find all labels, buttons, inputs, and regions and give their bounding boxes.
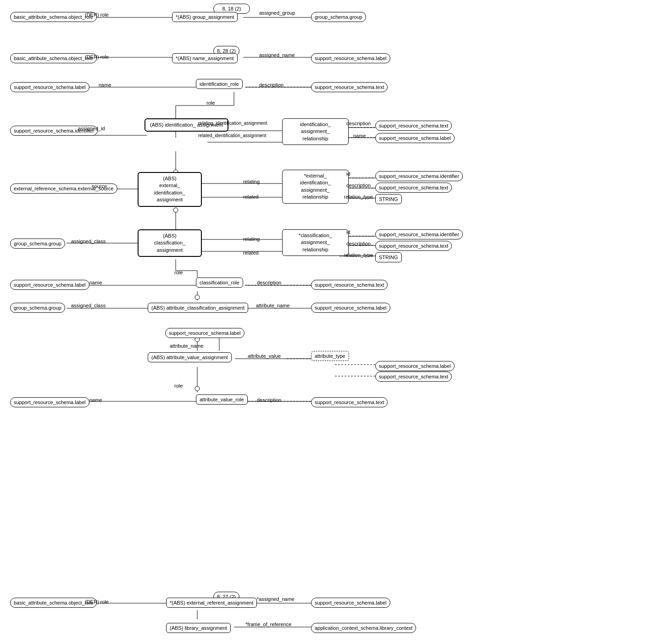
label-description-1: description	[259, 82, 283, 88]
label-relating-id: relating_identification_assignment	[198, 121, 267, 126]
node-attribute-value-assignment: (ABS) attribute_value_assignment	[148, 352, 232, 362]
label-relation-type-ext: relation_type	[344, 194, 373, 200]
node-support-label-class-name: support_resource_schema.label	[10, 280, 89, 290]
node-string-ext: STRING	[375, 194, 402, 204]
node-support-text-attr-val: support_resource_schema.text	[375, 372, 452, 382]
node-string-class: STRING	[375, 252, 402, 262]
label-desc-class2: description	[257, 280, 281, 285]
svg-point-64	[173, 208, 178, 212]
label-attr-name-1: attribute_name	[256, 303, 289, 308]
node-external-identification-relationship: *external_identification_assignment_rela…	[282, 170, 349, 204]
label-desc-id: description	[346, 121, 371, 126]
svg-point-67	[195, 386, 200, 391]
node-group-assignment: *(ABS) group_assignment	[172, 12, 238, 22]
node-identification-role: identification_role	[196, 79, 243, 89]
label-assigned-class-1: assigned_class	[71, 239, 106, 244]
label-frame-of-ref: *frame_of_reference	[245, 622, 291, 627]
svg-point-65	[195, 295, 200, 300]
label-relating-ext: relating	[243, 179, 260, 184]
label-der-role-3: (DER) role	[85, 599, 109, 605]
diagram-container: 8, 18 (2) basic_attribute_schema.object_…	[0, 0, 667, 644]
node-classification-role: classification_role	[196, 278, 243, 288]
node-support-label-attr-class: support_resource_schema.label	[311, 303, 390, 313]
label-name-lbl: name	[99, 82, 111, 88]
label-attr-name-2: attribute_name	[170, 343, 203, 349]
node-basic-object-role-2: basic_attribute_schema.object_role	[10, 53, 97, 63]
label-related-class: related	[243, 250, 259, 255]
node-support-label-name: support_resource_schema.label	[10, 82, 89, 92]
label-role-1: role	[206, 100, 215, 105]
node-group-schema-group-3: group_schema.group	[10, 303, 65, 313]
label-source-ext: source	[92, 183, 107, 189]
label-id-ext: id	[346, 171, 350, 177]
node-classification-assignment: (ABS)classification_assignment	[138, 229, 202, 257]
label-relating-class: relating	[243, 236, 260, 242]
label-desc-ext: description	[346, 183, 371, 188]
node-support-label-name2: support_resource_schema.label	[375, 133, 455, 143]
label-relation-type-class: relation_type	[344, 252, 373, 258]
label-id-class: id	[346, 229, 350, 235]
node-attribute-classification-assignment: (ABS) attribute_classification_assignmen…	[148, 303, 248, 313]
label-name-id: name	[353, 133, 366, 139]
node-name-assignment: *(ABS) name_assignment	[172, 53, 238, 63]
label-der-role-1: (DER) role	[85, 12, 109, 17]
node-app-context-library: application_context_schema.library_conte…	[311, 623, 416, 633]
node-support-text-attr-role: support_resource_schema.text	[311, 397, 388, 407]
label-role-attr: role	[174, 383, 183, 389]
node-support-text-class: support_resource_schema.text	[311, 280, 388, 290]
label-desc-class: description	[346, 241, 371, 246]
node-support-text-ext-desc: support_resource_schema.text	[375, 183, 452, 193]
label-der-role-2: (DER) role	[85, 54, 109, 60]
label-name-attr: name	[89, 397, 102, 403]
node-support-text-class-desc: support_resource_schema.text	[375, 241, 452, 251]
node-support-identifier-class: support_resource_schema.identifier	[375, 229, 463, 239]
node-support-label-attr-role: support_resource_schema.label	[10, 397, 89, 407]
label-assigned-group: assigned_group	[259, 10, 295, 16]
label-assigned-class-2: assigned_class	[71, 303, 106, 308]
node-support-text-desc: support_resource_schema.text	[375, 121, 452, 131]
node-attribute-value-role: attribute_value_role	[196, 394, 248, 405]
node-support-label-attr-name: support_resource_schema.label	[165, 328, 245, 338]
node-basic-object-role-1: basic_attribute_schema.object_role	[10, 12, 97, 22]
label-role-class: role	[174, 270, 183, 275]
label-related-id: related_identification_assignment	[198, 133, 266, 138]
node-support-label-ext-ref: support_resource_schema.label	[311, 598, 390, 608]
node-group-schema-group-1: group_schema.group	[311, 12, 366, 22]
node-support-identifier-ext: support_resource_schema.identifier	[375, 171, 463, 181]
label-attr-value: attribute_value	[248, 353, 281, 359]
diagram-lines	[0, 0, 667, 644]
label-desc-attr: description	[257, 397, 281, 403]
label-name-class: name	[89, 280, 102, 285]
node-support-label-1: support_resource_schema.label	[311, 53, 390, 63]
node-attribute-type: attribute_type	[311, 351, 349, 361]
label-assigned-name-ext: *assigned_name	[257, 596, 295, 602]
node-library-assignment: (ABS) library_assignment	[166, 623, 231, 633]
label-related-ext: related	[243, 194, 259, 200]
label-assigned-name: assigned_name	[259, 52, 295, 58]
label-assigned-id: assigned_id	[78, 126, 105, 131]
node-support-text-1: support_resource_schema.text	[311, 82, 388, 92]
node-external-identification-assignment: (ABS)external_identification_assignment	[138, 172, 202, 207]
node-support-label-attr-val1: support_resource_schema.label	[375, 361, 455, 371]
node-basic-object-role-3: basic_attribute_schema.object_role	[10, 598, 97, 608]
node-group-schema-group-2: group_schema.group	[10, 239, 65, 249]
node-external-referent-assignment: *(ABS) external_referent_assignment	[166, 598, 257, 608]
node-classification-assignment-relationship: *classification_assignment_relationship	[282, 229, 349, 256]
node-identification-assignment-relationship: identification_assignment_relationship	[282, 118, 349, 145]
